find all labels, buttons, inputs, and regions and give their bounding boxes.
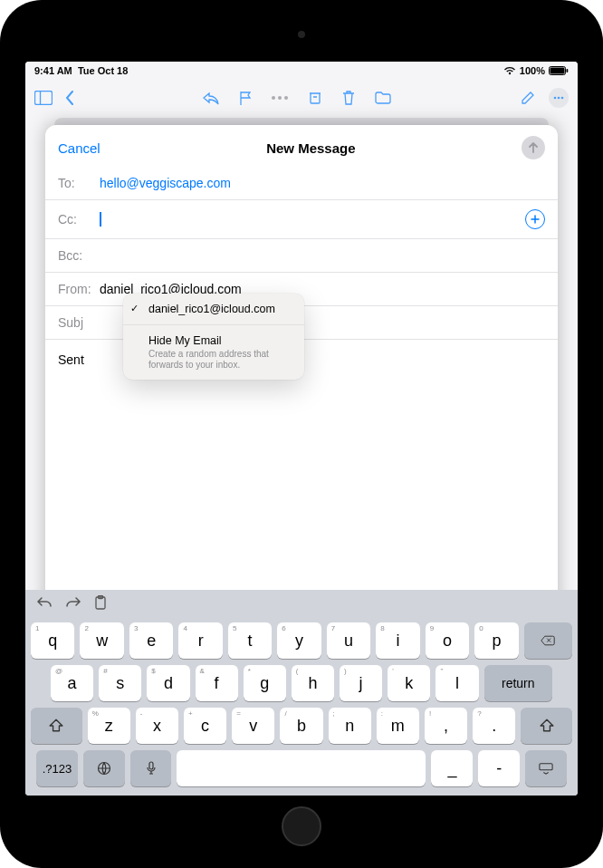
key-a[interactable]: a@: [51, 665, 93, 701]
from-option-label: daniel_rico1@icloud.com: [148, 303, 275, 315]
key-v[interactable]: v=: [232, 708, 274, 744]
wifi-icon: [503, 66, 516, 75]
key-j[interactable]: j): [340, 665, 382, 701]
key-y[interactable]: y6: [277, 622, 321, 659]
shift-icon: [49, 719, 63, 733]
cancel-button[interactable]: Cancel: [58, 140, 100, 156]
key-shift-right[interactable]: [521, 708, 572, 744]
toolbar-overflow-icon: [272, 96, 288, 100]
key-hide-keyboard[interactable]: [525, 750, 567, 786]
key-w[interactable]: w2: [80, 622, 123, 659]
key-m[interactable]: m:: [377, 708, 419, 744]
bcc-label: Bcc:: [58, 248, 94, 263]
svg-rect-2: [567, 69, 569, 72]
key-i[interactable]: i8: [376, 622, 419, 659]
key-comma[interactable]: ,!: [425, 708, 467, 744]
home-button[interactable]: [282, 806, 321, 846]
hide-my-email-option[interactable]: Hide My Email Create a random address th…: [123, 324, 304, 380]
key-space[interactable]: [177, 750, 426, 786]
cc-field[interactable]: Cc:: [45, 200, 558, 239]
key-globe[interactable]: [83, 750, 125, 786]
svg-rect-12: [540, 764, 552, 770]
check-icon: ✓: [130, 303, 139, 314]
battery-percent: 100%: [520, 65, 545, 76]
key-n[interactable]: n;: [329, 708, 371, 744]
key-dictation[interactable]: [130, 750, 172, 786]
svg-rect-11: [149, 762, 153, 769]
key-shift-left[interactable]: [31, 708, 82, 744]
key-d[interactable]: d$: [147, 665, 189, 701]
key-p[interactable]: p0: [474, 622, 518, 659]
keyboard: q1w2e3r4t5y6u7i8o9p0 a@s#d$f&g*h(j)k'l"r…: [25, 590, 578, 796]
reply-icon: [203, 91, 219, 105]
shift-icon: [540, 719, 554, 733]
key-f[interactable]: f&: [196, 665, 238, 701]
hide-email-title: Hide My Email: [148, 334, 293, 347]
key-return[interactable]: return: [484, 665, 552, 701]
clipboard-button[interactable]: [94, 595, 107, 613]
text-cursor: [100, 212, 101, 227]
mic-icon: [144, 761, 158, 776]
sidebar-toggle-icon: [34, 91, 53, 105]
svg-point-5: [554, 97, 557, 100]
key-g[interactable]: g*: [244, 665, 286, 701]
key-z[interactable]: z%: [88, 708, 130, 744]
key-l[interactable]: l": [436, 665, 478, 701]
key-r[interactable]: r4: [178, 622, 222, 659]
add-contact-button[interactable]: [525, 209, 545, 229]
plus-icon: [531, 215, 540, 224]
key-period[interactable]: .?: [473, 708, 515, 744]
trash-icon: [342, 91, 355, 105]
cc-label: Cc:: [58, 212, 94, 227]
redo-button[interactable]: [65, 596, 81, 612]
key-t[interactable]: t5: [228, 622, 272, 659]
key-q[interactable]: q1: [31, 622, 74, 659]
sheet-title: New Message: [266, 140, 355, 156]
key-numbers[interactable]: .?123: [36, 750, 78, 786]
back-icon: [65, 91, 74, 105]
key-underscore[interactable]: _: [431, 750, 473, 786]
archive-icon: [308, 91, 322, 105]
svg-point-7: [561, 97, 564, 100]
key-h[interactable]: h(: [292, 665, 334, 701]
globe-icon: [97, 761, 111, 776]
status-time-date: 9:41 AM Tue Oct 18: [34, 65, 128, 76]
key-s[interactable]: s#: [99, 665, 141, 701]
undo-button[interactable]: [36, 596, 53, 612]
key-o[interactable]: o9: [426, 622, 469, 659]
compose-icon: [520, 90, 536, 106]
key-c[interactable]: c+: [184, 708, 226, 744]
bcc-field[interactable]: Bcc:: [45, 239, 558, 273]
from-option-selected[interactable]: ✓ daniel_rico1@icloud.com: [123, 294, 304, 324]
key-dash[interactable]: -: [478, 750, 520, 786]
svg-point-6: [558, 97, 560, 100]
to-label: To:: [58, 176, 94, 190]
to-value[interactable]: hello@veggiscape.com: [100, 176, 545, 190]
key-b[interactable]: b/: [280, 708, 322, 744]
key-u[interactable]: u7: [327, 622, 370, 659]
key-k[interactable]: k': [388, 665, 430, 701]
arrow-up-icon: [528, 141, 539, 154]
flag-icon: [239, 91, 252, 105]
from-label: From:: [58, 282, 94, 296]
key-e[interactable]: e3: [129, 622, 173, 659]
key-backspace[interactable]: [524, 622, 572, 659]
subject-label: Subj: [58, 315, 94, 330]
keyboard-hide-icon: [539, 761, 553, 776]
backspace-icon: [541, 633, 555, 648]
battery-icon: [549, 66, 569, 75]
from-address-popover: ✓ daniel_rico1@icloud.com Hide My Email …: [123, 294, 304, 380]
svg-rect-1: [550, 68, 565, 74]
more-circle-icon: [549, 88, 569, 108]
to-field[interactable]: To: hello@veggiscape.com: [45, 167, 558, 200]
hide-email-subtitle: Create a random address that forwards to…: [148, 349, 293, 371]
send-button[interactable]: [522, 136, 545, 159]
mail-toolbar-background: [25, 80, 578, 116]
key-x[interactable]: x-: [136, 708, 178, 744]
body-text: Sent: [58, 352, 84, 367]
svg-rect-3: [35, 92, 53, 105]
status-bar: 9:41 AM Tue Oct 18 100%: [25, 62, 578, 80]
move-folder-icon: [375, 92, 391, 104]
